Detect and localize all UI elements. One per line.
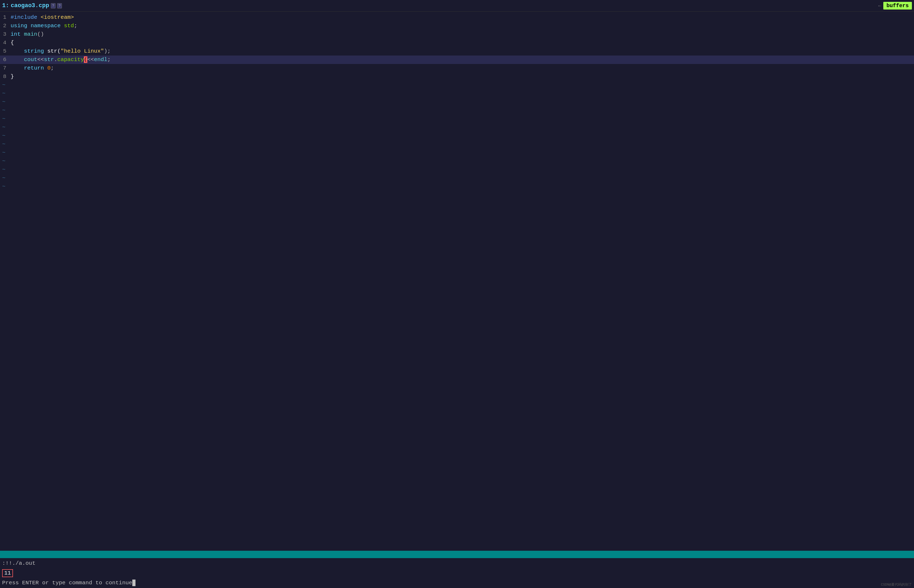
- tab-left: 1: caogao3.cpp ? ?: [2, 2, 62, 9]
- code-line: 1#include <iostream>: [0, 13, 914, 22]
- line-content: string str("hello Linux");: [11, 47, 914, 55]
- line-content: int main(): [11, 30, 914, 39]
- cmd-area: :!!./a.out 11 Press ENTER or type comman…: [0, 558, 914, 588]
- code-line: 4{: [0, 39, 914, 47]
- cmd-line: :!!./a.out: [0, 558, 914, 569]
- code-line: 8}: [0, 73, 914, 81]
- line-content: }: [11, 73, 914, 81]
- tab-icon-1: ?: [51, 3, 55, 8]
- code-line: 6 cout<<str.capacity(<<endl;: [0, 55, 914, 64]
- tilde-line: ~: [0, 183, 914, 191]
- status-bar: [0, 551, 914, 558]
- output-value: 11: [2, 569, 13, 577]
- code-line: 3int main(): [0, 30, 914, 39]
- cmd-text: :!!./a.out: [2, 560, 36, 566]
- tab-bar: 1: caogao3.cpp ? ? ← buffers: [0, 0, 914, 11]
- watermark: CSDN@夏代码的别了: [881, 582, 912, 587]
- line-number: 3: [0, 30, 11, 39]
- tilde-line: ~: [0, 157, 914, 165]
- line-number: 8: [0, 73, 11, 81]
- press-text: Press ENTER or type command to continue: [2, 579, 132, 587]
- tilde-line: ~: [0, 123, 914, 132]
- tilde-line: ~: [0, 140, 914, 149]
- line-content: using namespace std;: [11, 22, 914, 30]
- press-line: Press ENTER or type command to continue: [0, 578, 914, 588]
- buffers-button[interactable]: buffers: [883, 2, 912, 10]
- tilde-line: ~: [0, 89, 914, 98]
- tilde-line: ~: [0, 149, 914, 157]
- line-number: 7: [0, 64, 11, 73]
- tilde-line: ~: [0, 98, 914, 106]
- line-content: return 0;: [11, 64, 914, 73]
- tilde-line: ~: [0, 115, 914, 123]
- line-number: 1: [0, 13, 11, 22]
- tab-number: 1:: [2, 2, 9, 9]
- code-area[interactable]: 1#include <iostream>2using namespace std…: [0, 11, 914, 551]
- tab-icon-2: ?: [57, 3, 62, 8]
- line-content: #include <iostream>: [11, 13, 914, 22]
- output-line: 11: [0, 569, 914, 578]
- cursor: [132, 580, 136, 586]
- tilde-line: ~: [0, 81, 914, 89]
- buffers-arrow-icon: ←: [878, 3, 881, 8]
- line-number: 4: [0, 39, 11, 47]
- code-line: 2using namespace std;: [0, 22, 914, 30]
- line-number: 2: [0, 22, 11, 30]
- line-content: {: [11, 39, 914, 47]
- tilde-line: ~: [0, 106, 914, 115]
- tilde-line: ~: [0, 165, 914, 174]
- tilde-line: ~: [0, 174, 914, 183]
- code-line: 5 string str("hello Linux");: [0, 47, 914, 55]
- code-line: 7 return 0;: [0, 64, 914, 73]
- line-number: 5: [0, 47, 11, 55]
- tab-right: ← buffers: [878, 2, 912, 10]
- tilde-line: ~: [0, 132, 914, 140]
- line-number: 6: [0, 55, 11, 64]
- tab-filename[interactable]: caogao3.cpp: [11, 2, 49, 9]
- editor: 1#include <iostream>2using namespace std…: [0, 11, 914, 588]
- line-content: cout<<str.capacity(<<endl;: [11, 55, 914, 64]
